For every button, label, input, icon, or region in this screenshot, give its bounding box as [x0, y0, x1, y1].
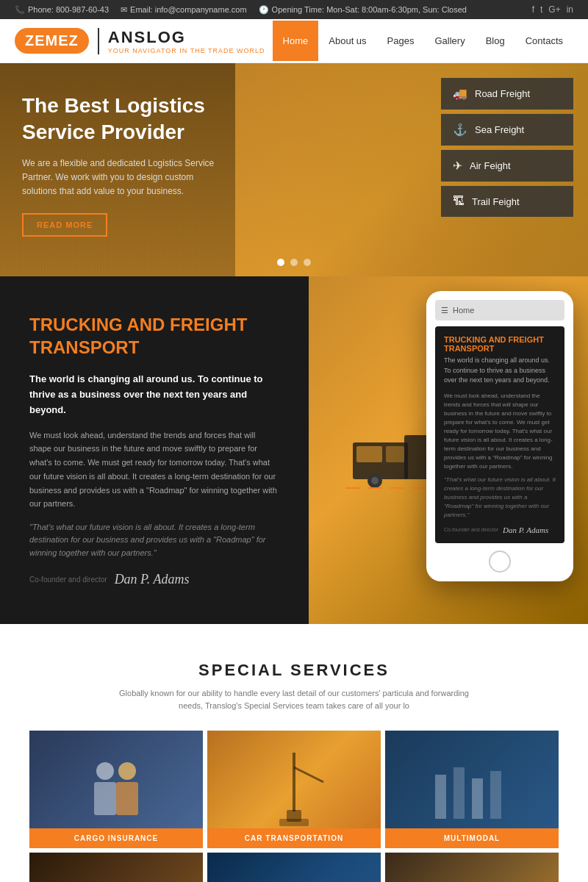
sig-label: Co-founder and director: [29, 576, 107, 584]
phone-signature: Co-founder and director Dan P. Adams: [444, 526, 556, 534]
nav-blog[interactable]: Blog: [476, 21, 515, 61]
air-image: [385, 853, 559, 882]
about-title: TRUCKING AND FREIGHT TRANSPORT: [29, 313, 279, 359]
phone-home-button[interactable]: [489, 551, 511, 573]
about-text: TRUCKING AND FREIGHT TRANSPORT The world…: [0, 276, 309, 624]
service-cargo-insurance[interactable]: CARGO INSURANCE: [29, 731, 203, 848]
hero-cta-button[interactable]: READ MORE: [22, 213, 107, 237]
top-bar-info: 📞 Phone: 800-987-60-43 ✉ Email: info@com…: [15, 5, 467, 15]
services-grid: CARGO INSURANCE CAR TRANSPORTATION: [29, 731, 559, 882]
main-nav: Home About us Pages Gallery Blog Contact…: [273, 21, 573, 61]
service-road-freight[interactable]: ROAD FREIGHT: [29, 853, 203, 882]
sig-name: Dan P. Adams: [115, 572, 190, 587]
service-air-freight[interactable]: AIR FREIGHT: [385, 853, 559, 882]
sea-port-illustration: [250, 875, 338, 882]
about-section: TRUCKING AND FREIGHT TRANSPORT The world…: [0, 276, 588, 624]
phone-title: TRUCKING AND FREIGHT TRANSPORT: [444, 335, 556, 353]
svg-line-16: [294, 767, 323, 782]
svg-point-13: [118, 762, 136, 780]
phone-content: TRUCKING AND FREIGHT TRANSPORT The world…: [435, 326, 564, 543]
brand-name: ANSLOG: [108, 28, 265, 47]
svg-rect-14: [116, 782, 138, 815]
freight-air[interactable]: ✈ Air Feight: [441, 150, 573, 182]
nav-home[interactable]: Home: [273, 21, 319, 61]
trail-freight-label: Trail Feight: [472, 196, 520, 207]
logo-text: ANSLOG YOUR NAVIGATOR IN THE TRADE WORLD: [98, 28, 265, 54]
services-title: SPECIAL SERVICES: [29, 661, 559, 680]
svg-point-5: [371, 477, 379, 484]
freight-trail[interactable]: 🏗 Trail Feight: [441, 186, 573, 217]
hero-content: The Best Logistics Service Provider We a…: [0, 63, 250, 276]
svg-rect-3: [386, 446, 404, 462]
trail-freight-icon: 🏗: [453, 195, 465, 208]
dot-3[interactable]: [304, 259, 311, 266]
email-icon: ✉: [121, 5, 127, 15]
air-freight-icon: ✈: [453, 159, 462, 173]
car-label: CAR TRANSPORTATION: [207, 828, 381, 848]
road-freight-label: Road Freight: [475, 88, 530, 99]
freight-road[interactable]: 🚚 Road Freight: [441, 78, 573, 110]
dot-1[interactable]: [277, 259, 284, 266]
service-sea-freight[interactable]: SEA FREIGHT: [207, 853, 381, 882]
nav-contacts[interactable]: Contacts: [515, 21, 573, 61]
cargo-label: CARGO INSURANCE: [29, 828, 203, 848]
hamburger-icon: ☰: [441, 306, 448, 315]
hero-dots: [277, 259, 311, 266]
about-quote: "That's what our future vision is all ab…: [29, 521, 279, 560]
nav-pages[interactable]: Pages: [377, 21, 425, 61]
services-description: Globally known for our ability to handle…: [110, 687, 478, 713]
svg-rect-18: [279, 819, 309, 826]
svg-rect-12: [94, 782, 116, 815]
twitter-link[interactable]: t: [540, 4, 542, 15]
sea-freight-label: Sea Freight: [475, 124, 524, 135]
about-lead: The world is changing all around us. To …: [29, 372, 279, 417]
freight-menu: 🚚 Road Freight ⚓ Sea Freight ✈ Air Feigh…: [441, 78, 573, 217]
linkedin-link[interactable]: in: [567, 4, 573, 15]
dot-2[interactable]: [290, 259, 298, 266]
sea-image: [207, 853, 381, 882]
svg-rect-19: [435, 775, 446, 819]
header: ZEMEZ ANSLOG YOUR NAVIGATOR IN THE TRADE…: [0, 19, 588, 63]
road-freight-icon: 🚚: [453, 87, 467, 101]
brand-tagline: YOUR NAVIGATOR IN THE TRADE WORLD: [108, 47, 265, 54]
svg-point-11: [96, 762, 114, 780]
email-info: ✉ Email: info@companyname.com: [121, 5, 247, 15]
facebook-link[interactable]: f: [532, 4, 534, 15]
nav-about[interactable]: About us: [318, 21, 376, 61]
people-illustration: [72, 753, 160, 826]
port-illustration: [428, 753, 516, 826]
about-image: ☰ Home TRUCKING AND FREIGHT TRANSPORT Th…: [309, 276, 588, 624]
crane-illustration: [250, 753, 338, 826]
phone-sig-label: Co-founder and director: [444, 527, 498, 532]
googleplus-link[interactable]: G+: [548, 4, 560, 15]
svg-rect-2: [356, 446, 382, 462]
service-multimodal[interactable]: MULTIMODAL: [385, 731, 559, 848]
phone-mockup: ☰ Home TRUCKING AND FREIGHT TRANSPORT Th…: [426, 291, 573, 581]
hero-title: The Best Logistics Service Provider: [22, 93, 228, 146]
services-section: SPECIAL SERVICES Globally known for our …: [0, 624, 588, 882]
air-freight-label: Air Feight: [470, 160, 511, 171]
svg-rect-20: [453, 767, 465, 819]
nav-gallery[interactable]: Gallery: [424, 21, 475, 61]
clock-icon: 🕐: [259, 5, 269, 15]
svg-rect-21: [472, 778, 483, 819]
social-links[interactable]: f t G+ in: [532, 4, 573, 15]
phone-nav-bar: ☰ Home: [435, 300, 564, 320]
phone-small-text: We must look ahead, understand the trend…: [444, 392, 556, 471]
sea-freight-icon: ⚓: [453, 123, 467, 137]
logo-badge: ZEMEZ: [15, 28, 89, 54]
phone-nav-home: Home: [453, 306, 474, 315]
hero-description: We are a flexible and dedicated Logistic…: [22, 157, 228, 199]
about-body: We must look ahead, understand the trend…: [29, 429, 279, 511]
signature: Co-founder and director Dan P. Adams: [29, 572, 279, 587]
top-bar: 📞 Phone: 800-987-60-43 ✉ Email: info@com…: [0, 0, 588, 19]
phone-icon: 📞: [15, 5, 25, 15]
freight-sea[interactable]: ⚓ Sea Freight: [441, 114, 573, 146]
phone-quote: "That's what our future vision is all ab…: [444, 476, 556, 520]
logo-area: ZEMEZ ANSLOG YOUR NAVIGATOR IN THE TRADE…: [15, 28, 265, 54]
service-car-transportation[interactable]: CAR TRANSPORTATION: [207, 731, 381, 848]
phone-info: 📞 Phone: 800-987-60-43: [15, 5, 109, 15]
svg-rect-22: [490, 771, 501, 819]
multi-label: MULTIMODAL: [385, 828, 559, 848]
hero-section: The Best Logistics Service Provider We a…: [0, 63, 588, 276]
